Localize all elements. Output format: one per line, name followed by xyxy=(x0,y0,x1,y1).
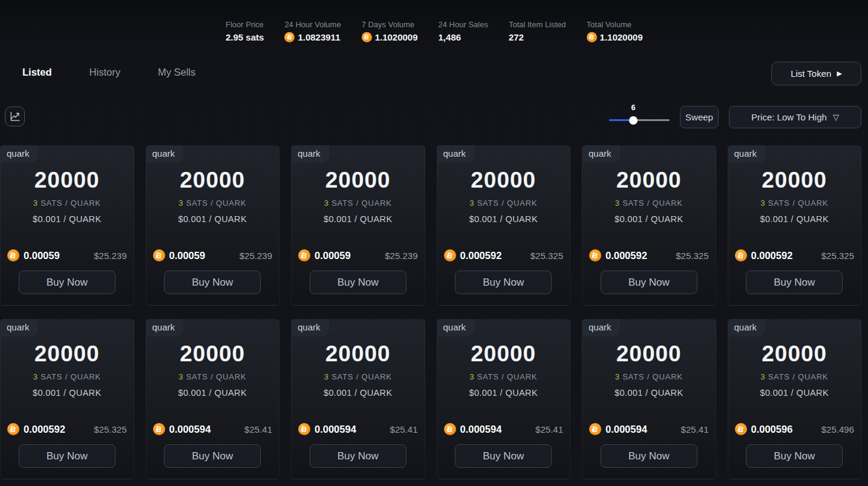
stat-value: Ƀ 2.95 sats xyxy=(226,32,264,42)
btc-price-group: Ƀ 0.00059 xyxy=(7,249,60,261)
token-grid: quark 20000 3 SATS / QUARK $0.001 / QUAR… xyxy=(0,145,861,479)
usd-price: $25.239 xyxy=(385,251,417,261)
stat-value-text: 1.1020009 xyxy=(600,32,643,42)
sort-dropdown[interactable]: Price: Low To High ▽ xyxy=(729,106,861,128)
token-tag: quark xyxy=(291,145,329,163)
bitcoin-icon: Ƀ xyxy=(153,249,165,261)
price-row: Ƀ 0.000594 $25.41 xyxy=(589,422,709,436)
token-card: quark 20000 3 SATS / QUARK $0.001 / QUAR… xyxy=(582,145,716,306)
btc-price-group: Ƀ 0.000594 xyxy=(153,423,211,435)
usd-price: $25.41 xyxy=(681,424,709,435)
buy-now-button[interactable]: Buy Now xyxy=(746,271,843,294)
usd-rate: $0.001 / QUARK xyxy=(728,388,861,398)
sats-rate: 3 SATS / QUARK xyxy=(1,199,134,208)
price-row: Ƀ 0.00059 $25.239 xyxy=(7,249,127,262)
sats-rate: 3 SATS / QUARK xyxy=(146,372,279,381)
usd-rate: $0.001 / QUARK xyxy=(1,214,134,224)
sats-rate-unit: SATS / QUARK xyxy=(186,372,247,381)
btc-price: 0.000594 xyxy=(315,424,356,435)
token-amount: 20000 xyxy=(437,168,570,193)
sweep-quantity-slider[interactable]: 6 xyxy=(609,103,670,128)
buy-now-button[interactable]: Buy Now xyxy=(455,271,552,294)
token-card: quark 20000 3 SATS / QUARK $0.001 / QUAR… xyxy=(0,319,134,479)
sats-rate: 3 SATS / QUARK xyxy=(582,199,716,208)
token-card: quark 20000 3 SATS / QUARK $0.001 / QUAR… xyxy=(728,145,862,306)
stat-value: Ƀ 272 xyxy=(509,32,566,42)
btc-price: 0.000592 xyxy=(24,424,65,435)
stat-item: 7 Days Volume Ƀ 1.1020009 xyxy=(362,20,418,42)
tab[interactable]: History xyxy=(90,67,120,78)
bitcoin-icon: Ƀ xyxy=(587,32,597,42)
btc-price: 0.00059 xyxy=(169,250,206,261)
sats-rate-unit: SATS / QUARK xyxy=(331,199,392,208)
price-row: Ƀ 0.000594 $25.41 xyxy=(298,422,418,436)
token-amount: 20000 xyxy=(1,168,134,193)
btc-price-group: Ƀ 0.000592 xyxy=(589,249,647,261)
stat-value: Ƀ 1.1020009 xyxy=(362,32,418,42)
btc-price-group: Ƀ 0.000592 xyxy=(7,423,65,435)
tab[interactable]: Listed xyxy=(22,67,52,78)
bitcoin-icon: Ƀ xyxy=(735,249,747,261)
btc-price-group: Ƀ 0.000592 xyxy=(735,249,793,261)
stat-item: Floor Price Ƀ 2.95 sats xyxy=(226,20,264,42)
btc-price-group: Ƀ 0.000596 xyxy=(735,423,793,435)
bitcoin-icon: Ƀ xyxy=(589,249,601,261)
list-token-button[interactable]: List Token ▶ xyxy=(771,62,861,85)
btc-price-group: Ƀ 0.00059 xyxy=(153,249,206,261)
sats-rate-value: 3 xyxy=(178,372,183,381)
slider-thumb[interactable] xyxy=(629,116,638,125)
buy-now-button[interactable]: Buy Now xyxy=(164,444,261,468)
price-row: Ƀ 0.00059 $25.239 xyxy=(153,249,273,262)
token-card: quark 20000 3 SATS / QUARK $0.001 / QUAR… xyxy=(437,145,571,306)
buy-now-button[interactable]: Buy Now xyxy=(310,271,406,294)
buy-now-button[interactable]: Buy Now xyxy=(601,271,697,294)
usd-rate: $0.001 / QUARK xyxy=(1,388,134,398)
buy-now-button[interactable]: Buy Now xyxy=(164,271,261,294)
sats-rate-value: 3 xyxy=(33,372,38,381)
sats-rate: 3 SATS / QUARK xyxy=(728,199,861,208)
token-amount: 20000 xyxy=(146,341,279,367)
token-card: quark 20000 3 SATS / QUARK $0.001 / QUAR… xyxy=(146,145,280,306)
stat-item: 24 Hour Sales Ƀ 1,486 xyxy=(439,20,488,42)
btc-price-group: Ƀ 0.000594 xyxy=(444,423,502,435)
buy-now-button[interactable]: Buy Now xyxy=(746,444,843,468)
usd-price: $25.41 xyxy=(535,424,563,435)
usd-price: $25.325 xyxy=(530,251,563,261)
usd-price: $25.41 xyxy=(390,424,418,435)
chart-view-button[interactable] xyxy=(5,107,25,126)
usd-rate: $0.001 / QUARK xyxy=(437,214,570,224)
buy-now-button[interactable]: Buy Now xyxy=(19,444,116,468)
sats-rate-value: 3 xyxy=(615,199,620,208)
btc-price: 0.000592 xyxy=(605,250,647,261)
token-amount: 20000 xyxy=(292,168,425,193)
stat-label: Total Volume xyxy=(587,20,643,29)
token-amount: 20000 xyxy=(292,341,425,367)
slider-value: 6 xyxy=(631,103,636,112)
sats-rate-value: 3 xyxy=(469,199,474,208)
usd-price: $25.325 xyxy=(821,251,854,261)
btc-price: 0.00059 xyxy=(315,250,351,261)
usd-price: $25.41 xyxy=(244,424,272,435)
sats-rate-value: 3 xyxy=(324,199,329,208)
usd-price: $25.325 xyxy=(676,251,708,261)
price-row: Ƀ 0.000594 $25.41 xyxy=(444,422,564,436)
usd-rate: $0.001 / QUARK xyxy=(292,388,425,398)
buy-now-button[interactable]: Buy Now xyxy=(310,444,406,468)
token-tag: quark xyxy=(291,319,329,337)
sort-label: Price: Low To High xyxy=(751,112,827,122)
chevron-down-icon: ▽ xyxy=(833,113,839,122)
buy-now-button[interactable]: Buy Now xyxy=(455,444,552,468)
sats-rate: 3 SATS / QUARK xyxy=(1,372,134,381)
usd-rate: $0.001 / QUARK xyxy=(437,388,570,398)
sweep-button[interactable]: Sweep xyxy=(680,106,719,128)
bitcoin-icon: Ƀ xyxy=(153,423,165,435)
tab[interactable]: My Sells xyxy=(158,67,195,78)
token-tag: quark xyxy=(437,145,475,163)
buy-now-button[interactable]: Buy Now xyxy=(19,271,116,294)
token-tag: quark xyxy=(582,319,620,337)
token-amount: 20000 xyxy=(146,168,279,193)
btc-price-group: Ƀ 0.000594 xyxy=(298,423,356,435)
buy-now-button[interactable]: Buy Now xyxy=(601,444,697,468)
stat-value-text: 1.1020009 xyxy=(375,32,418,42)
token-card: quark 20000 3 SATS / QUARK $0.001 / QUAR… xyxy=(728,319,862,479)
